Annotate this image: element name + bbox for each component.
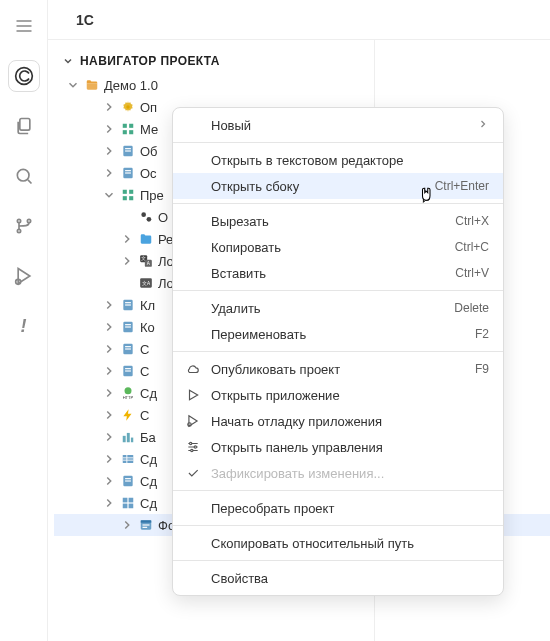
doc-icon: [120, 165, 136, 181]
doc-icon: [120, 319, 136, 335]
tree-item-label: С: [140, 342, 149, 357]
svg-point-4: [27, 219, 30, 222]
svg-point-61: [194, 446, 196, 448]
section-title: НАВИГАТОР ПРОЕКТА: [80, 54, 220, 68]
svg-rect-49: [125, 478, 131, 479]
svg-rect-40: [125, 368, 131, 369]
menu-item[interactable]: Пересобрать проект: [173, 495, 503, 521]
tree-item-label: Ко: [140, 320, 155, 335]
svg-rect-50: [125, 480, 131, 481]
svg-rect-8: [123, 124, 127, 128]
chevron-right-icon: [102, 144, 116, 158]
doc-icon: [120, 473, 136, 489]
menu-item-label: Вырезать: [211, 214, 445, 229]
svg-point-0: [15, 68, 32, 85]
menu-item-label: Свойства: [211, 571, 489, 586]
debug-icon[interactable]: [8, 260, 40, 292]
tree-item-label: Сд: [140, 386, 157, 401]
menu-item[interactable]: ПереименоватьF2: [173, 321, 503, 347]
menu-item-label: Открыть сбоку: [211, 179, 425, 194]
files-icon[interactable]: [8, 110, 40, 142]
activity-bar: !: [0, 0, 48, 641]
branch-icon[interactable]: [8, 210, 40, 242]
tree-item-label: Ба: [140, 430, 156, 445]
chevron-right-icon: [102, 100, 116, 114]
tree-item-label: Сд: [140, 474, 157, 489]
chevron-right-icon: [102, 122, 116, 136]
menu-item[interactable]: ВставитьCtrl+V: [173, 260, 503, 286]
tree-item-label: Ме: [140, 122, 158, 137]
context-menu: НовыйОткрыть в текстовом редактореОткрыт…: [172, 107, 504, 596]
logo-1c: [8, 60, 40, 92]
search-icon[interactable]: [8, 160, 40, 192]
cloud-icon: [185, 362, 201, 376]
chevron-down-icon: [62, 55, 74, 67]
tree-root-label: Демо 1.0: [104, 78, 158, 93]
menu-separator: [173, 290, 503, 291]
menu-item-shortcut: Ctrl+Enter: [435, 179, 489, 193]
svg-rect-21: [129, 196, 133, 200]
doc-icon: [120, 341, 136, 357]
tree-item-label: Сд: [140, 496, 157, 511]
menu-item-shortcut: F2: [475, 327, 489, 341]
menu-item[interactable]: Начать отладку приложения: [173, 408, 503, 434]
menu-item-label: Открыть в текстовом редакторе: [211, 153, 489, 168]
tree-root[interactable]: Демо 1.0: [54, 74, 550, 96]
svg-rect-41: [125, 370, 131, 371]
menu-item[interactable]: Открыть панель управления: [173, 434, 503, 460]
svg-rect-20: [123, 196, 127, 200]
city-icon: [120, 429, 136, 445]
svg-rect-47: [123, 455, 134, 463]
menu-separator: [173, 490, 503, 491]
svg-text:文A: 文A: [142, 280, 151, 286]
menu-item[interactable]: Опубликовать проектF9: [173, 356, 503, 382]
grid-icon: [120, 187, 136, 203]
svg-rect-35: [125, 326, 131, 327]
svg-rect-38: [125, 348, 131, 349]
tree-item-label: С: [140, 408, 149, 423]
svg-point-23: [147, 217, 152, 222]
svg-point-22: [141, 212, 146, 217]
menu-icon[interactable]: [8, 10, 40, 42]
tab-bar: 1C: [48, 0, 550, 40]
menu-item[interactable]: ВырезатьCtrl+X: [173, 208, 503, 234]
menu-item-label: Удалить: [211, 301, 444, 316]
menu-item[interactable]: УдалитьDelete: [173, 295, 503, 321]
menu-item[interactable]: Открыть в текстовом редакторе: [173, 147, 503, 173]
svg-point-42: [125, 387, 132, 394]
svg-rect-32: [125, 304, 131, 305]
menu-item[interactable]: Открыть сбокуCtrl+Enter: [173, 173, 503, 199]
chevron-right-icon: [102, 320, 116, 334]
lang2-icon: 文A: [138, 275, 154, 291]
menu-item-label: Пересобрать проект: [211, 501, 489, 516]
chevron-right-icon: [477, 118, 489, 133]
menu-separator: [173, 203, 503, 204]
svg-rect-19: [129, 190, 133, 194]
menu-item-shortcut: F9: [475, 362, 489, 376]
menu-item[interactable]: Свойства: [173, 565, 503, 591]
project-icon: [84, 77, 100, 93]
svg-point-2: [17, 169, 29, 181]
svg-rect-10: [123, 130, 127, 134]
http-icon: HTTP: [120, 385, 136, 401]
chevron-right-icon: [120, 254, 134, 268]
menu-item[interactable]: Новый: [173, 112, 503, 138]
svg-point-62: [191, 449, 193, 451]
menu-item[interactable]: Скопировать относительный путь: [173, 530, 503, 556]
menu-item-shortcut: Ctrl+X: [455, 214, 489, 228]
menu-item[interactable]: Открыть приложение: [173, 382, 503, 408]
svg-rect-1: [19, 119, 29, 131]
menu-item[interactable]: КопироватьCtrl+C: [173, 234, 503, 260]
warning-icon[interactable]: !: [8, 310, 40, 342]
table-icon: [120, 451, 136, 467]
tab-1c[interactable]: 1C: [64, 4, 106, 36]
chevron-right-icon: [102, 386, 116, 400]
menu-item-label: Копировать: [211, 240, 445, 255]
svg-rect-18: [123, 190, 127, 194]
sliders-icon: [185, 440, 201, 454]
menu-item-label: Вставить: [211, 266, 445, 281]
tree-item-label: Об: [140, 144, 158, 159]
tree-item-label: Кл: [140, 298, 155, 313]
svg-rect-16: [125, 170, 131, 171]
section-header[interactable]: НАВИГАТОР ПРОЕКТА: [48, 48, 550, 74]
